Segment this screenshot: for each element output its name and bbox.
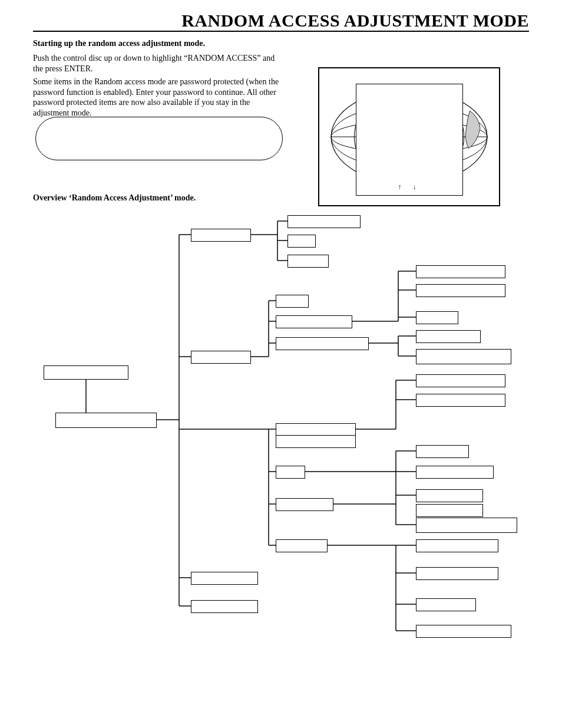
node-c3r7 xyxy=(416,518,517,533)
node-c4r4 xyxy=(416,625,511,638)
node-c2b3 xyxy=(416,311,458,324)
screen-illustration: ↑ ↓ xyxy=(318,67,500,206)
node-c3-mid xyxy=(276,466,305,479)
node-root1 xyxy=(44,365,128,380)
node-c3b xyxy=(276,435,356,448)
node-c1b xyxy=(287,235,316,248)
node-c1 xyxy=(191,229,251,242)
node-c1c xyxy=(287,255,329,268)
page: RANDOM ACCESS ADJUSTMENT MODE Starting u… xyxy=(0,0,562,728)
node-c3a xyxy=(276,423,356,436)
node-c2c2 xyxy=(416,349,511,364)
node-c4r3 xyxy=(416,598,476,611)
node-c3r5 xyxy=(416,489,483,502)
node-c3r1 xyxy=(416,374,505,387)
node-c2 xyxy=(191,351,251,364)
node-root2 xyxy=(55,413,157,428)
hint-capsule xyxy=(35,117,283,160)
title-rule xyxy=(33,31,529,32)
heading-overview: Overview ‘Random Access Adjustment’ mode… xyxy=(33,193,196,203)
node-c2c xyxy=(276,337,369,350)
node-c4 xyxy=(276,539,328,552)
node-c3r4 xyxy=(416,466,494,479)
up-down-arrows-icon: ↑ ↓ xyxy=(398,183,421,192)
node-c2b1 xyxy=(416,265,505,278)
node-c3r3 xyxy=(416,445,469,458)
page-title: RANDOM ACCESS ADJUSTMENT MODE xyxy=(33,11,529,31)
node-c3r6 xyxy=(416,504,483,517)
node-c2c1 xyxy=(416,330,481,343)
node-c2b2 xyxy=(416,284,505,297)
node-c4r1 xyxy=(416,539,498,552)
node-c4r2 xyxy=(416,567,498,580)
screen-window: ↑ ↓ xyxy=(356,84,463,196)
paragraph-2: Some items in the Random access mode are… xyxy=(33,77,286,118)
node-c5 xyxy=(191,572,258,585)
node-c2b xyxy=(276,315,352,328)
node-c2a xyxy=(276,295,309,308)
node-c3-low xyxy=(276,498,333,511)
node-c1a xyxy=(287,215,361,228)
flow-diagram xyxy=(33,212,529,660)
node-c6 xyxy=(191,600,258,613)
paragraph-1: Push the control disc up or down to high… xyxy=(33,53,286,74)
node-c3r2 xyxy=(416,394,505,407)
heading-start: Starting up the random access adjustment… xyxy=(33,39,205,48)
